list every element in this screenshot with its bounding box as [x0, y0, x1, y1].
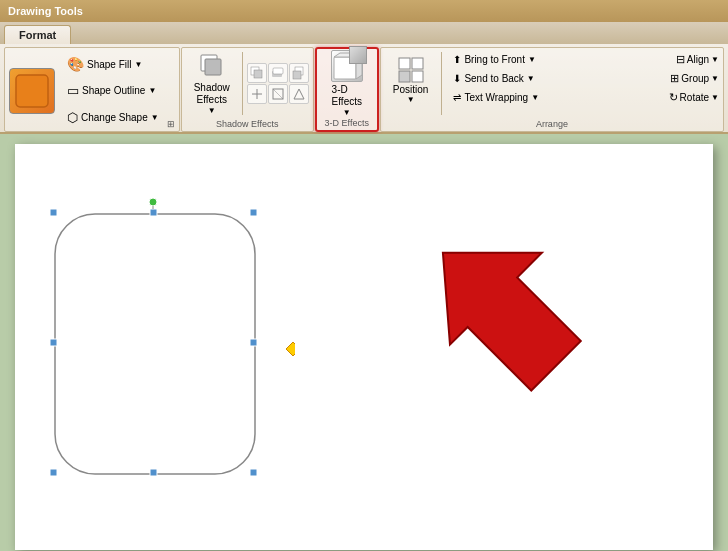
red-arrow-cursor	[438, 234, 668, 434]
group-button[interactable]: ⊞	[670, 72, 679, 85]
svg-rect-0	[16, 75, 48, 107]
shadow-effects-group: ShadowEffects ▼	[181, 47, 314, 132]
svg-rect-17	[399, 58, 410, 69]
svg-marker-16	[334, 53, 362, 57]
svg-line-12	[273, 89, 283, 99]
arrange-label: Arrange	[385, 117, 719, 131]
effects-3d-group: 3-DEffects ▼ 3-D Effects	[315, 47, 379, 132]
svg-rect-20	[412, 71, 423, 82]
shape-preview	[9, 68, 55, 114]
effects-3d-button[interactable]: 3-DEffects ▼	[321, 54, 373, 114]
svg-rect-29	[250, 469, 257, 476]
rotate-button[interactable]: ↻	[669, 91, 678, 104]
shadow-grid-item-2[interactable]	[268, 63, 288, 83]
bring-front-row: ⬆ Bring to Front ▼ ⊟ Align ▼	[447, 50, 719, 68]
dropdown-icon2: ▼	[148, 86, 156, 95]
shape-styles-label: ⊞	[167, 119, 175, 131]
position-icon	[397, 56, 425, 84]
shadow-grid-item-3[interactable]	[289, 63, 309, 83]
svg-marker-32	[286, 342, 295, 356]
text-wrap-icon: ⇌	[453, 92, 461, 103]
svg-rect-24	[250, 209, 257, 216]
svg-marker-15	[356, 53, 362, 79]
shadow-grid-item-1[interactable]	[247, 63, 267, 83]
shape-styles-group: 🎨 Shape Fill ▼ ▭ Shape Outline ▼ ⬡ Chang…	[4, 47, 180, 132]
title-bar: Drawing Tools	[0, 0, 728, 22]
svg-rect-22	[50, 209, 57, 216]
shadow-dropdown: ▼	[208, 106, 216, 115]
send-back-dropdown: ▼	[527, 74, 535, 83]
text-wrap-dropdown: ▼	[531, 93, 539, 102]
position-dropdown: ▼	[407, 95, 415, 104]
align-button[interactable]: ⊟	[676, 53, 685, 66]
svg-rect-18	[412, 58, 423, 69]
svg-rect-4	[254, 70, 262, 78]
svg-rect-23	[150, 209, 157, 216]
shadow-grid-item-5[interactable]	[268, 84, 288, 104]
position-button[interactable]: Position ▼	[385, 50, 437, 110]
change-shape-icon: ⬡	[67, 110, 78, 125]
outline-icon: ▭	[67, 83, 79, 98]
dropdown-icon3: ▼	[151, 113, 159, 122]
svg-rect-19	[399, 71, 410, 82]
shape-fill-button[interactable]: 🎨 Shape Fill ▼	[63, 54, 163, 74]
shape-svg	[35, 194, 295, 504]
ribbon-content: 🎨 Shape Fill ▼ ▭ Shape Outline ▼ ⬡ Chang…	[0, 44, 728, 132]
arrange-group: Position ▼ ⬆ Bring to Front ▼ ⊟ Align ▼	[380, 47, 724, 132]
shadow-effects-label: Shadow Effects	[186, 117, 309, 131]
arrange-rows: ⬆ Bring to Front ▼ ⊟ Align ▼ ⬇ Send to B…	[447, 50, 719, 117]
text-wrap-row: ⇌ Text Wrapping ▼ ↻ Rotate ▼	[447, 88, 719, 106]
bring-front-dropdown: ▼	[528, 55, 536, 64]
shadow-grid-item-6[interactable]	[289, 84, 309, 104]
svg-rect-27	[50, 469, 57, 476]
shadow-group-content: ShadowEffects ▼	[186, 50, 309, 117]
paint-icon: 🎨	[67, 56, 84, 72]
shadow-grid-item-4[interactable]	[247, 84, 267, 104]
dropdown-icon: ▼	[134, 60, 142, 69]
svg-marker-33	[438, 234, 606, 408]
svg-rect-21	[55, 214, 255, 474]
ribbon-tab-bar: Format	[0, 22, 728, 44]
shadow-grid	[247, 63, 309, 104]
3d-effects-label: 3-D Effects	[321, 116, 373, 130]
bring-front-icon: ⬆	[453, 54, 461, 65]
svg-rect-2	[205, 59, 221, 75]
shadow-effects-button[interactable]: ShadowEffects ▼	[186, 54, 238, 114]
shape-outline-button[interactable]: ▭ Shape Outline ▼	[63, 81, 163, 101]
3d-label: 3-DEffects	[332, 84, 362, 108]
title-bar-label: Drawing Tools	[8, 5, 83, 17]
ribbon: Format 🎨 Shape Fill ▼ ▭	[0, 22, 728, 134]
change-shape-button[interactable]: ⬡ Change Shape ▼	[63, 108, 163, 128]
svg-rect-26	[250, 339, 257, 346]
3d-shape-icon	[331, 50, 363, 82]
document-area: wiki How to Create a 3D Object in Micros…	[0, 134, 728, 551]
send-to-back-button[interactable]: ⬇ Send to Back ▼	[447, 69, 668, 87]
position-label: Position	[393, 84, 429, 95]
shadow-icon	[198, 52, 226, 80]
arrange-content: Position ▼ ⬆ Bring to Front ▼ ⊟ Align ▼	[385, 50, 719, 117]
separator2	[441, 52, 442, 115]
svg-rect-8	[293, 71, 301, 79]
shape-style-buttons: 🎨 Shape Fill ▼ ▭ Shape Outline ▼ ⬡ Chang…	[63, 51, 163, 131]
svg-rect-14	[334, 57, 356, 79]
shadow-label: ShadowEffects	[194, 82, 230, 106]
svg-rect-25	[50, 339, 57, 346]
svg-rect-28	[150, 469, 157, 476]
svg-rect-6	[273, 68, 283, 74]
effects-3d-content: 3-DEffects ▼	[321, 51, 373, 116]
bring-to-front-button[interactable]: ⬆ Bring to Front ▼	[447, 50, 673, 68]
separator1	[242, 52, 243, 115]
text-wrapping-button[interactable]: ⇌ Text Wrapping ▼	[447, 88, 666, 106]
tab-format[interactable]: Format	[4, 25, 71, 44]
send-back-row: ⬇ Send to Back ▼ ⊞ Group ▼	[447, 69, 719, 87]
svg-marker-13	[294, 89, 304, 99]
svg-point-30	[149, 198, 157, 206]
send-back-icon: ⬇	[453, 73, 461, 84]
